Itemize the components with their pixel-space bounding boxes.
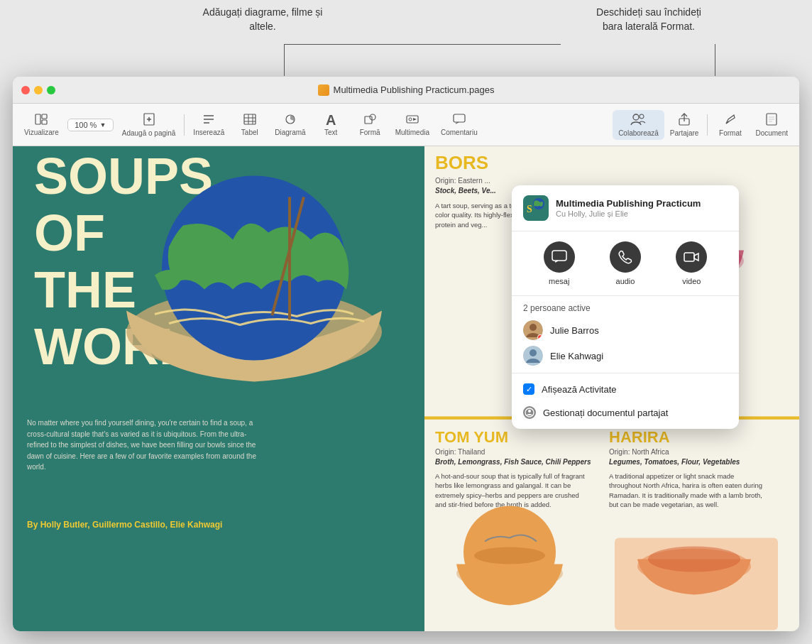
toolbar-zoom[interactable]: 100 % ▼ [67, 119, 114, 131]
julie-name: Julie Barros [550, 325, 599, 336]
audio-label: audio [616, 277, 635, 285]
svg-point-16 [370, 114, 375, 120]
text-label: Text [324, 129, 337, 136]
toolbar-text[interactable]: A Text [312, 110, 351, 139]
person-julie: Julie Barros [523, 317, 728, 343]
colaboreaza-label: Colaborează [618, 129, 659, 137]
canvas-area: SOUPS OF THE WORLD No matter where [13, 146, 799, 631]
svg-text:Origin: North Africa: Origin: North Africa [609, 448, 669, 456]
collab-action-video[interactable]: video [676, 241, 707, 285]
forma-icon [363, 114, 376, 127]
svg-point-67 [530, 324, 537, 331]
zoom-chevron: ▼ [99, 121, 106, 129]
toolbar-diagrama[interactable]: Diagramă [269, 111, 311, 139]
video-label: video [682, 277, 701, 285]
svg-text:Legumes, Tomatoes, Flour, Vege: Legumes, Tomatoes, Flour, Vegetables [609, 458, 740, 466]
svg-point-71 [528, 410, 531, 413]
mesaj-label: mesaj [549, 277, 569, 285]
minimize-button[interactable] [34, 86, 43, 94]
app-window: Multimedia Publishing Practicum.pages Vi… [13, 77, 799, 631]
message-icon [544, 241, 575, 273]
svg-rect-19 [454, 114, 465, 122]
document-icon [766, 113, 777, 128]
svg-text:HARIRA: HARIRA [609, 428, 670, 446]
svg-point-60 [648, 547, 740, 572]
afiseaza-option[interactable]: ✓ Afișează Activitate [512, 378, 739, 400]
annotation-horiz-line [284, 44, 561, 45]
toolbar-format[interactable]: Format [710, 110, 750, 140]
svg-point-20 [633, 114, 639, 120]
annotation-line-right [715, 44, 715, 76]
svg-rect-15 [365, 116, 372, 124]
comentariu-label: Comentariu [441, 129, 478, 136]
svg-text:BORS: BORS [435, 152, 488, 173]
svg-rect-9 [244, 114, 256, 124]
julie-avatar [523, 320, 543, 340]
traffic-lights [21, 86, 55, 94]
svg-point-21 [640, 114, 644, 119]
sep2 [707, 114, 708, 136]
collab-doc-subtitle: Cu Holly, Julie și Elie [556, 209, 701, 218]
collab-action-mesaj[interactable]: mesaj [544, 241, 575, 285]
svg-rect-2 [42, 120, 47, 124]
forma-label: Formă [360, 129, 380, 136]
toolbar-colaboreaza[interactable]: Colaborează [613, 110, 664, 140]
adauga-label: Adaugă o pagină [122, 129, 176, 137]
toolbar-forma[interactable]: Formă [351, 111, 390, 139]
multimedia-icon [406, 114, 419, 127]
collab-action-audio[interactable]: audio [610, 241, 641, 285]
insereaza-icon [202, 114, 215, 127]
svg-rect-0 [35, 114, 40, 124]
collab-doc-title: Multimedia Publishing Practicum [556, 198, 701, 209]
diagrama-icon [284, 114, 297, 127]
window-title: Multimedia Publishing Practicum.pages [318, 84, 495, 96]
doc-type-icon [318, 84, 329, 96]
afiseaza-checkbox[interactable]: ✓ [523, 383, 534, 395]
collab-header: S Multimedia Publishing Practicum Cu Hol… [512, 185, 739, 231]
collab-doc-info: Multimedia Publishing Practicum Cu Holly… [556, 198, 701, 218]
toolbar-partajare[interactable]: Partajare [664, 110, 705, 140]
toolbar-adauga[interactable]: Adaugă o pagină [116, 110, 182, 140]
manage-icon [523, 406, 536, 419]
annotation-area: Adăugați diagrame, filme și altele. Desc… [0, 0, 812, 85]
gestionati-option[interactable]: Gestionați documentul partajat [512, 400, 739, 425]
text-icon: A [326, 113, 336, 127]
toolbar-insereaza[interactable]: Inserează [187, 111, 230, 139]
toolbar-tabel[interactable]: Tabel [230, 111, 269, 139]
format-icon [724, 113, 737, 128]
collab-popup: S Multimedia Publishing Practicum Cu Hol… [512, 185, 739, 429]
svg-text:SOUPS: SOUPS [34, 148, 213, 204]
annotation-left: Adăugați diagrame, filme și altele. [192, 6, 334, 33]
annotation-right-text: Deschideți sau închidețibara laterală Fo… [596, 6, 701, 32]
toolbar-document[interactable]: Document [750, 110, 794, 140]
partajare-label: Partajare [670, 129, 699, 137]
collab-options: ✓ Afișează Activitate Gestionați documen… [512, 373, 739, 429]
toolbar-vizualizare[interactable]: Vizualizare [18, 111, 65, 139]
svg-text:Origin: Eastern ...: Origin: Eastern ... [435, 177, 490, 185]
video-icon [676, 241, 707, 273]
titlebar: Multimedia Publishing Practicum.pages [13, 77, 799, 104]
collab-doc-icon: S [523, 195, 549, 221]
svg-text:S: S [527, 204, 532, 214]
svg-point-18 [409, 118, 412, 121]
svg-text:OF: OF [34, 204, 105, 261]
elie-avatar [523, 346, 543, 366]
toolbar: Vizualizare 100 % ▼ Adaugă o pagină Inse… [13, 104, 799, 146]
svg-text:THE: THE [34, 261, 136, 318]
vizualizare-label: Vizualizare [24, 129, 59, 136]
svg-rect-65 [684, 253, 694, 261]
annotation-line-left [284, 44, 285, 76]
tabel-label: Tabel [241, 129, 258, 136]
collab-actions: mesaj audio video [512, 231, 739, 296]
maximize-button[interactable] [47, 86, 55, 94]
svg-rect-64 [552, 251, 566, 261]
toolbar-multimedia[interactable]: Multimedia [390, 111, 435, 139]
close-button[interactable] [21, 86, 30, 94]
colaboreaza-icon [630, 113, 646, 128]
zoom-value: 100 % [75, 121, 97, 129]
annotation-right: Deschideți sau închidețibara laterală Fo… [571, 6, 727, 33]
svg-point-69 [530, 349, 537, 356]
diagrama-label: Diagramă [275, 129, 305, 136]
toolbar-comentariu[interactable]: Comentariu [435, 111, 483, 139]
annotation-left-text: Adăugați diagrame, filme și altele. [203, 6, 323, 32]
